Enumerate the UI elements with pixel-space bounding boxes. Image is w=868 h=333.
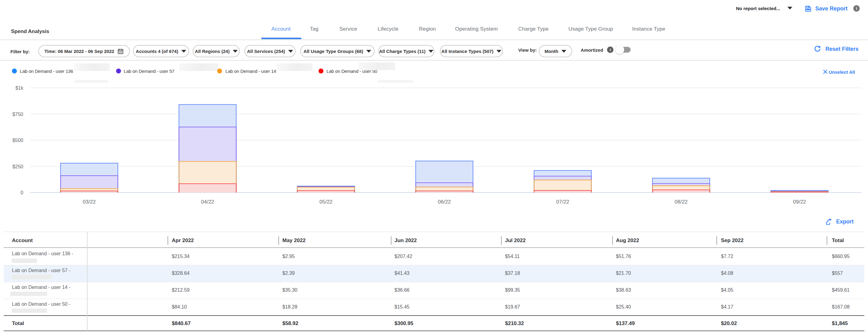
svg-text:04/22: 04/22 — [201, 199, 214, 205]
svg-text:05/22: 05/22 — [319, 199, 333, 205]
svg-text:0: 0 — [21, 190, 23, 195]
svg-text:03/22: 03/22 — [83, 199, 96, 205]
svg-text:$500: $500 — [12, 138, 23, 143]
svg-text:07/22: 07/22 — [556, 199, 569, 205]
svg-text:$750: $750 — [12, 112, 23, 117]
svg-text:$250: $250 — [12, 164, 23, 169]
svg-text:08/22: 08/22 — [675, 199, 688, 205]
svg-text:06/22: 06/22 — [438, 199, 451, 205]
svg-text:09/22: 09/22 — [793, 199, 806, 205]
svg-text:$1k: $1k — [15, 86, 24, 91]
